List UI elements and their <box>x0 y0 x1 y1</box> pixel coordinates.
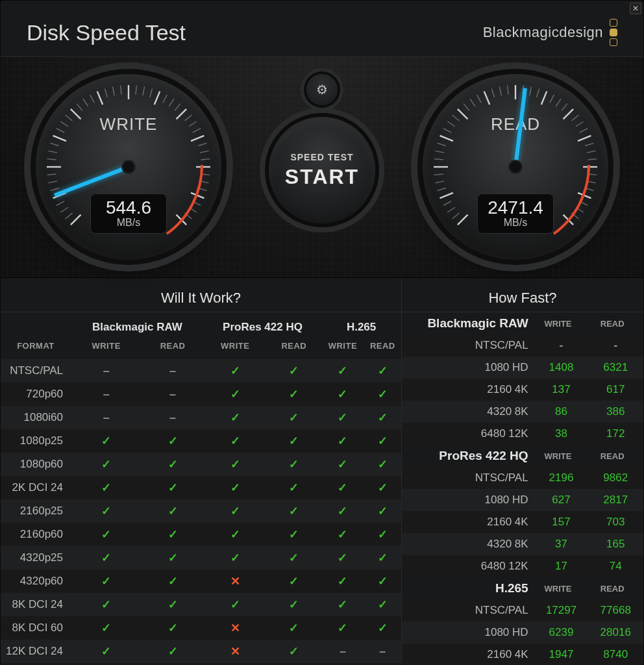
svg-line-28 <box>155 92 160 105</box>
status-check-icon: ✓ <box>71 523 142 546</box>
table-row: 2K DCI 24✓✓✓✓✓✓ <box>1 476 401 499</box>
status-check-icon: ✓ <box>321 359 364 383</box>
status-check-icon: ✓ <box>204 593 267 616</box>
write-value: 37 <box>535 533 588 555</box>
status-check-icon: ✓ <box>321 616 364 640</box>
format-header: FORMAT <box>1 336 71 359</box>
format-label: NTSC/PAL <box>402 334 535 357</box>
read-value: 8740 <box>588 644 643 665</box>
status-dash-icon: – <box>142 406 204 429</box>
status-check-icon: ✓ <box>142 476 204 499</box>
svg-line-77 <box>541 92 547 105</box>
status-check-icon: ✓ <box>142 616 204 640</box>
col-header: READ <box>588 577 643 599</box>
format-label: 1080p25 <box>1 429 71 453</box>
status-check-icon: ✓ <box>321 546 364 570</box>
table-row: 2160 4K157703 <box>402 511 643 533</box>
table-row: 2160p25✓✓✓✓✓✓ <box>1 499 401 523</box>
write-value: 6239 <box>535 621 588 644</box>
table-row: 1080i60––✓✓✓✓ <box>1 406 401 429</box>
svg-line-71 <box>499 86 501 95</box>
svg-line-12 <box>53 136 66 141</box>
write-value: 1947 <box>535 644 588 665</box>
svg-line-6 <box>48 181 57 183</box>
svg-line-60 <box>437 143 445 145</box>
table-row: 2160 4K137617 <box>402 379 643 401</box>
status-check-icon: ✓ <box>204 476 267 499</box>
status-check-icon: ✓ <box>321 499 364 523</box>
format-label: 1080 HD <box>402 621 535 644</box>
status-check-icon: ✓ <box>267 476 322 499</box>
col-header: WRITE <box>535 445 588 467</box>
svg-line-3 <box>56 201 64 206</box>
format-label: 2160p25 <box>1 499 71 523</box>
status-dash-icon: – <box>364 640 401 663</box>
close-button[interactable]: ✕ <box>630 3 641 14</box>
status-cross-icon: ✕ <box>204 616 267 640</box>
read-value: 9862 <box>588 467 643 489</box>
status-check-icon: ✓ <box>71 640 142 663</box>
table-row: NTSC/PAL-- <box>402 334 643 357</box>
how-fast-panel: How Fast? Blackmagic RAWWRITEREADNTSC/PA… <box>402 278 643 662</box>
format-label: 4320 8K <box>402 533 535 555</box>
svg-line-61 <box>440 136 453 141</box>
brand-text: Blackmagicdesign <box>483 24 603 41</box>
write-value: 157 <box>535 511 588 533</box>
redzone-icon <box>549 157 594 235</box>
svg-line-80 <box>562 104 567 111</box>
read-value: 617 <box>588 379 643 401</box>
format-label: 1080 HD <box>402 357 535 379</box>
status-check-icon: ✓ <box>71 616 142 640</box>
status-dash-icon: – <box>71 383 142 406</box>
table-row: 720p60––✓✓✓✓ <box>1 383 401 406</box>
svg-line-87 <box>587 151 596 153</box>
read-value: 6321 <box>588 357 643 379</box>
how-fast-table: Blackmagic RAWWRITEREADNTSC/PAL--1080 HD… <box>402 312 643 665</box>
status-check-icon: ✓ <box>142 429 204 453</box>
status-check-icon: ✓ <box>267 406 322 429</box>
status-check-icon: ✓ <box>321 593 364 616</box>
status-check-icon: ✓ <box>204 406 267 429</box>
status-check-icon: ✓ <box>321 429 364 453</box>
write-readout: 544.6 MB/s <box>90 194 167 234</box>
status-check-icon: ✓ <box>204 546 267 570</box>
codec-header: Blackmagic RAW <box>71 312 204 336</box>
write-value: 2196 <box>535 467 588 489</box>
status-check-icon: ✓ <box>71 570 142 593</box>
col-header: WRITE <box>204 336 267 359</box>
format-label: 4320p25 <box>1 546 71 570</box>
table-row: 12K DCI 24✓✓✕✓–– <box>1 640 401 663</box>
settings-button[interactable]: ⚙ <box>306 74 338 105</box>
status-check-icon: ✓ <box>71 429 142 453</box>
svg-line-1 <box>66 213 73 219</box>
status-check-icon: ✓ <box>267 570 322 593</box>
start-button[interactable]: SPEED TEST START <box>269 117 375 223</box>
status-check-icon: ✓ <box>364 429 401 453</box>
svg-line-75 <box>530 86 532 95</box>
svg-line-50 <box>452 213 460 219</box>
svg-line-9 <box>47 159 56 160</box>
write-unit: MB/s <box>90 217 167 229</box>
svg-line-55 <box>435 181 444 183</box>
table-row: 1080 HD623928016 <box>402 621 643 644</box>
svg-line-85 <box>578 136 591 141</box>
status-check-icon: ✓ <box>204 499 267 523</box>
start-button-small: SPEED TEST <box>290 152 353 162</box>
svg-line-0 <box>71 215 81 225</box>
status-check-icon: ✓ <box>364 499 401 523</box>
col-header: READ <box>142 336 204 359</box>
svg-line-69 <box>484 92 489 105</box>
svg-line-30 <box>169 99 174 107</box>
status-check-icon: ✓ <box>142 523 204 546</box>
table-row: 8K DCI 24✓✓✓✓✓✓ <box>1 593 401 616</box>
status-check-icon: ✓ <box>364 616 401 640</box>
svg-line-31 <box>175 104 180 111</box>
status-check-icon: ✓ <box>267 429 322 453</box>
status-check-icon: ✓ <box>267 383 322 406</box>
format-label: 6480 12K <box>402 555 535 577</box>
app-window: ✕ Disk Speed Test Blackmagicdesign WRITE… <box>0 0 644 665</box>
write-value: 137 <box>535 379 588 401</box>
svg-line-17 <box>77 104 82 111</box>
read-value: 172 <box>588 423 643 445</box>
read-value: 386 <box>588 401 643 423</box>
